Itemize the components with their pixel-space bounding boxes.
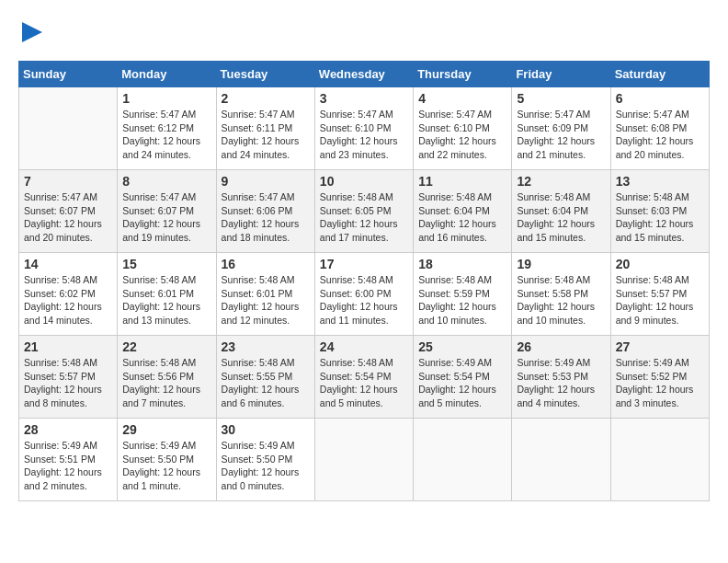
day-number: 11: [418, 174, 506, 189]
calendar-cell: 14Sunrise: 5:48 AM Sunset: 6:02 PM Dayli…: [19, 253, 118, 336]
calendar-cell: 2Sunrise: 5:47 AM Sunset: 6:11 PM Daylig…: [216, 87, 314, 170]
day-number: 29: [122, 422, 210, 437]
day-number: 14: [24, 257, 112, 271]
day-info: Sunrise: 5:47 AM Sunset: 6:08 PM Dayligh…: [616, 108, 704, 162]
day-number: 28: [24, 422, 112, 437]
day-number: 17: [320, 257, 408, 271]
calendar-cell: 16Sunrise: 5:48 AM Sunset: 6:01 PM Dayli…: [216, 253, 314, 336]
day-number: 9: [222, 174, 310, 189]
calendar-cell: [610, 419, 709, 501]
day-info: Sunrise: 5:48 AM Sunset: 5:59 PM Dayligh…: [418, 273, 506, 327]
calendar-week-row: 28Sunrise: 5:49 AM Sunset: 5:51 PM Dayli…: [19, 419, 710, 501]
calendar-cell: 17Sunrise: 5:48 AM Sunset: 6:00 PM Dayli…: [314, 253, 413, 336]
day-number: 5: [517, 91, 605, 106]
calendar-cell: 26Sunrise: 5:49 AM Sunset: 5:53 PM Dayli…: [512, 336, 610, 419]
calendar-cell: 7Sunrise: 5:47 AM Sunset: 6:07 PM Daylig…: [19, 170, 118, 253]
calendar-cell: 25Sunrise: 5:49 AM Sunset: 5:54 PM Dayli…: [414, 336, 512, 419]
day-info: Sunrise: 5:48 AM Sunset: 5:56 PM Dayligh…: [122, 356, 210, 410]
calendar-cell: 19Sunrise: 5:48 AM Sunset: 5:58 PM Dayli…: [512, 253, 610, 336]
logo: [18, 18, 42, 46]
calendar-cell: 23Sunrise: 5:48 AM Sunset: 5:55 PM Dayli…: [216, 336, 314, 419]
weekday-header-friday: Friday: [512, 62, 610, 87]
calendar-cell: 24Sunrise: 5:48 AM Sunset: 5:54 PM Dayli…: [314, 336, 413, 419]
calendar-week-row: 21Sunrise: 5:48 AM Sunset: 5:57 PM Dayli…: [19, 336, 710, 419]
day-number: 15: [122, 257, 210, 271]
svg-marker-0: [22, 22, 42, 42]
day-number: 3: [320, 91, 408, 106]
day-info: Sunrise: 5:47 AM Sunset: 6:07 PM Dayligh…: [122, 190, 210, 245]
day-info: Sunrise: 5:49 AM Sunset: 5:53 PM Dayligh…: [517, 356, 605, 410]
day-number: 1: [122, 91, 210, 106]
day-info: Sunrise: 5:48 AM Sunset: 6:03 PM Dayligh…: [616, 190, 704, 245]
calendar-cell: [314, 419, 413, 501]
calendar-cell: 12Sunrise: 5:48 AM Sunset: 6:04 PM Dayli…: [512, 170, 610, 253]
day-info: Sunrise: 5:48 AM Sunset: 5:57 PM Dayligh…: [616, 273, 704, 327]
day-number: 26: [517, 339, 605, 354]
day-info: Sunrise: 5:48 AM Sunset: 5:54 PM Dayligh…: [320, 356, 408, 410]
logo-arrow-icon: [22, 22, 42, 42]
day-number: 18: [418, 257, 506, 271]
weekday-header-thursday: Thursday: [414, 62, 512, 87]
calendar-cell: 22Sunrise: 5:48 AM Sunset: 5:56 PM Dayli…: [118, 336, 216, 419]
calendar-cell: [414, 419, 512, 501]
calendar-cell: 4Sunrise: 5:47 AM Sunset: 6:10 PM Daylig…: [414, 87, 512, 170]
weekday-header-sunday: Sunday: [19, 62, 118, 87]
day-info: Sunrise: 5:48 AM Sunset: 6:04 PM Dayligh…: [418, 190, 506, 245]
weekday-header-wednesday: Wednesday: [314, 62, 413, 87]
day-info: Sunrise: 5:48 AM Sunset: 6:01 PM Dayligh…: [122, 273, 210, 327]
day-number: 6: [616, 91, 704, 106]
calendar-cell: 8Sunrise: 5:47 AM Sunset: 6:07 PM Daylig…: [118, 170, 216, 253]
calendar-cell: 10Sunrise: 5:48 AM Sunset: 6:05 PM Dayli…: [314, 170, 413, 253]
day-info: Sunrise: 5:48 AM Sunset: 6:01 PM Dayligh…: [222, 273, 310, 327]
day-number: 30: [222, 422, 310, 437]
calendar-cell: 21Sunrise: 5:48 AM Sunset: 5:57 PM Dayli…: [19, 336, 118, 419]
calendar-week-row: 14Sunrise: 5:48 AM Sunset: 6:02 PM Dayli…: [19, 253, 710, 336]
day-number: 22: [122, 339, 210, 354]
day-info: Sunrise: 5:48 AM Sunset: 5:58 PM Dayligh…: [517, 273, 605, 327]
calendar-cell: 9Sunrise: 5:47 AM Sunset: 6:06 PM Daylig…: [216, 170, 314, 253]
day-number: 8: [122, 174, 210, 189]
header: [18, 18, 710, 46]
day-info: Sunrise: 5:47 AM Sunset: 6:10 PM Dayligh…: [418, 108, 506, 162]
day-number: 7: [24, 174, 112, 189]
day-info: Sunrise: 5:49 AM Sunset: 5:54 PM Dayligh…: [418, 356, 506, 410]
day-info: Sunrise: 5:48 AM Sunset: 6:02 PM Dayligh…: [24, 273, 112, 327]
day-number: 13: [616, 174, 704, 189]
calendar-cell: 28Sunrise: 5:49 AM Sunset: 5:51 PM Dayli…: [19, 419, 118, 501]
calendar-cell: [512, 419, 610, 501]
day-info: Sunrise: 5:49 AM Sunset: 5:51 PM Dayligh…: [24, 439, 112, 493]
calendar-cell: 30Sunrise: 5:49 AM Sunset: 5:50 PM Dayli…: [216, 419, 314, 501]
day-info: Sunrise: 5:47 AM Sunset: 6:06 PM Dayligh…: [222, 190, 310, 245]
calendar-cell: 27Sunrise: 5:49 AM Sunset: 5:52 PM Dayli…: [610, 336, 709, 419]
calendar-cell: 11Sunrise: 5:48 AM Sunset: 6:04 PM Dayli…: [414, 170, 512, 253]
calendar-cell: 15Sunrise: 5:48 AM Sunset: 6:01 PM Dayli…: [118, 253, 216, 336]
day-number: 20: [616, 257, 704, 271]
calendar-week-row: 7Sunrise: 5:47 AM Sunset: 6:07 PM Daylig…: [19, 170, 710, 253]
day-number: 4: [418, 91, 506, 106]
day-info: Sunrise: 5:49 AM Sunset: 5:50 PM Dayligh…: [122, 439, 210, 493]
day-info: Sunrise: 5:49 AM Sunset: 5:50 PM Dayligh…: [222, 439, 310, 493]
weekday-header-saturday: Saturday: [610, 62, 709, 87]
calendar-cell: 5Sunrise: 5:47 AM Sunset: 6:09 PM Daylig…: [512, 87, 610, 170]
calendar-cell: 20Sunrise: 5:48 AM Sunset: 5:57 PM Dayli…: [610, 253, 709, 336]
day-number: 24: [320, 339, 408, 354]
calendar-cell: 6Sunrise: 5:47 AM Sunset: 6:08 PM Daylig…: [610, 87, 709, 170]
day-info: Sunrise: 5:47 AM Sunset: 6:11 PM Dayligh…: [222, 108, 310, 162]
day-info: Sunrise: 5:47 AM Sunset: 6:07 PM Dayligh…: [24, 190, 112, 245]
day-info: Sunrise: 5:47 AM Sunset: 6:12 PM Dayligh…: [122, 108, 210, 162]
calendar-cell: 29Sunrise: 5:49 AM Sunset: 5:50 PM Dayli…: [118, 419, 216, 501]
day-info: Sunrise: 5:47 AM Sunset: 6:09 PM Dayligh…: [517, 108, 605, 162]
day-number: 16: [222, 257, 310, 271]
day-info: Sunrise: 5:47 AM Sunset: 6:10 PM Dayligh…: [320, 108, 408, 162]
day-number: 19: [517, 257, 605, 271]
weekday-header-tuesday: Tuesday: [216, 62, 314, 87]
day-number: 2: [222, 91, 310, 106]
day-info: Sunrise: 5:48 AM Sunset: 6:00 PM Dayligh…: [320, 273, 408, 327]
calendar-cell: 3Sunrise: 5:47 AM Sunset: 6:10 PM Daylig…: [314, 87, 413, 170]
day-info: Sunrise: 5:48 AM Sunset: 6:04 PM Dayligh…: [517, 190, 605, 245]
day-info: Sunrise: 5:48 AM Sunset: 5:57 PM Dayligh…: [24, 356, 112, 410]
calendar-week-row: 1Sunrise: 5:47 AM Sunset: 6:12 PM Daylig…: [19, 87, 710, 170]
day-info: Sunrise: 5:49 AM Sunset: 5:52 PM Dayligh…: [616, 356, 704, 410]
day-number: 23: [222, 339, 310, 354]
day-number: 12: [517, 174, 605, 189]
